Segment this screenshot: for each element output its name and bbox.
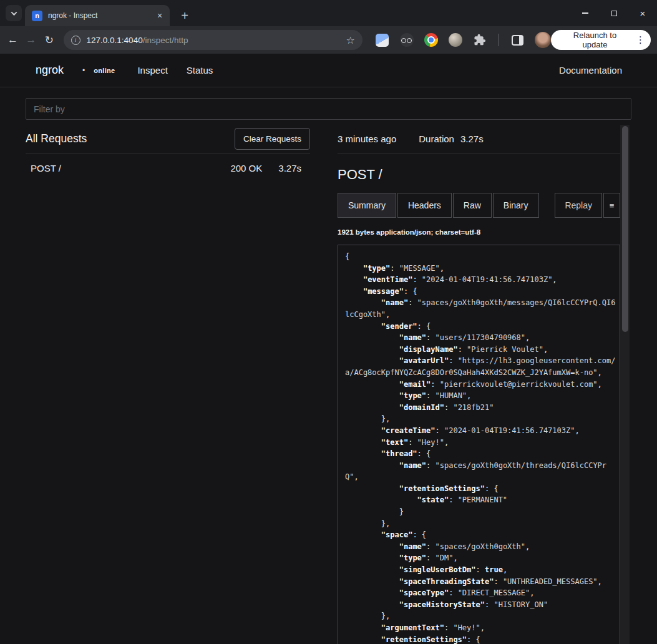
detail-tabs: Summary Headers Raw Binary Replay ≡ <box>338 193 620 218</box>
request-duration: 3.27s <box>278 163 301 173</box>
chrome-icon <box>424 33 438 47</box>
forward-button[interactable]: → <box>22 31 40 49</box>
status-dot-icon: • <box>82 66 85 75</box>
request-method-path: POST / <box>31 163 230 173</box>
tab-summary[interactable]: Summary <box>338 193 396 218</box>
puzzle-icon <box>474 34 486 46</box>
ngrok-page: ngrok • online Inspect Status Documentat… <box>0 54 657 644</box>
glasses-extension-icon[interactable] <box>399 32 414 47</box>
maximize-icon <box>611 11 617 16</box>
site-info-icon[interactable]: i <box>71 36 80 45</box>
address-bar[interactable]: i 127.0.0.1:4040/inspect/http ☆ <box>64 30 363 50</box>
tab-headers[interactable]: Headers <box>397 193 452 218</box>
extensions-button[interactable] <box>472 32 487 47</box>
ngrok-logo[interactable]: ngrok <box>36 64 64 77</box>
globe-extension-icon[interactable] <box>448 32 463 47</box>
side-panel-icon <box>512 35 523 46</box>
replay-button[interactable]: Replay <box>555 193 602 218</box>
request-time-ago: 3 minutes ago <box>338 134 396 144</box>
photos-icon <box>376 34 389 47</box>
request-row[interactable]: POST / 200 OK 3.27s <box>26 154 310 183</box>
window-controls: × <box>571 0 657 26</box>
tab-strip: n ngrok - Inspect × + × <box>0 0 657 26</box>
chevron-down-icon <box>11 9 17 16</box>
minimize-icon <box>582 12 588 14</box>
browser-tab[interactable]: n ngrok - Inspect × <box>25 5 170 26</box>
chrome-logo-icon[interactable] <box>424 32 439 47</box>
tab-raw[interactable]: Raw <box>453 193 492 218</box>
maximize-button[interactable] <box>600 0 628 26</box>
relaunch-button[interactable]: Relaunch to update ⋮ <box>551 30 651 50</box>
bookmark-star-icon[interactable]: ☆ <box>346 34 355 46</box>
detail-panel: 3 minutes ago Duration 3.27s POST / Summ… <box>338 125 620 644</box>
status-badge: online <box>94 67 115 74</box>
replay-group: Replay ≡ <box>555 193 620 218</box>
request-status: 200 OK <box>230 163 262 173</box>
side-panel-button[interactable] <box>510 32 525 47</box>
profile-avatar[interactable] <box>535 32 551 48</box>
url-path: /inspect/http <box>143 36 188 45</box>
filter-row <box>0 87 657 125</box>
detail-header: 3 minutes ago Duration 3.27s <box>338 125 620 154</box>
tab-binary[interactable]: Binary <box>493 193 539 218</box>
toolbar-divider <box>499 34 499 46</box>
replay-menu-button[interactable]: ≡ <box>603 193 620 218</box>
reload-button[interactable]: ↻ <box>40 31 58 49</box>
detail-title: POST / <box>338 167 620 183</box>
detail-scrollbar-track[interactable] <box>620 125 630 644</box>
close-button[interactable]: × <box>628 0 657 26</box>
overflow-menu-icon[interactable]: ⋮ <box>636 34 645 46</box>
clear-requests-button[interactable]: Clear Requests <box>235 128 310 150</box>
filter-input[interactable] <box>26 98 631 120</box>
tab-search-button[interactable] <box>6 5 22 21</box>
ngrok-favicon: n <box>32 11 42 21</box>
globe-icon <box>449 33 462 47</box>
detail-scrollbar-thumb[interactable] <box>622 126 628 332</box>
nav-item-status[interactable]: Status <box>187 65 213 76</box>
tab-title: ngrok - Inspect <box>48 11 149 20</box>
glasses-icon <box>400 33 414 47</box>
browser-window: n ngrok - Inspect × + × ← → ↻ i 127.0.0.… <box>0 0 657 644</box>
minimize-button[interactable] <box>571 0 600 26</box>
close-icon: × <box>640 8 646 19</box>
browser-toolbar: ← → ↻ i 127.0.0.1:4040/inspect/http ☆ Re… <box>0 26 657 54</box>
duration-value: 3.27s <box>460 134 484 144</box>
requests-panel: All Requests Clear Requests POST / 200 O… <box>26 125 310 183</box>
requests-header: All Requests Clear Requests <box>26 125 310 154</box>
ngrok-nav: ngrok • online Inspect Status Documentat… <box>0 54 657 87</box>
relaunch-label: Relaunch to update <box>561 31 629 49</box>
back-button[interactable]: ← <box>4 31 22 49</box>
duration-label: Duration <box>419 134 454 144</box>
url-host: 127.0.0.1:4040 <box>87 36 143 45</box>
nav-item-documentation[interactable]: Documentation <box>559 65 622 76</box>
new-tab-button[interactable]: + <box>176 5 193 26</box>
json-body: { "type": "MESSAGE", "eventTime": "2024-… <box>338 245 620 644</box>
photos-extension-icon[interactable] <box>375 32 390 47</box>
main-content: All Requests Clear Requests POST / 200 O… <box>0 125 657 644</box>
url-text: 127.0.0.1:4040/inspect/http <box>87 36 340 45</box>
tab-close-icon[interactable]: × <box>155 11 165 21</box>
requests-title: All Requests <box>26 132 87 145</box>
body-meta: 1921 bytes application/json; charset=utf… <box>338 228 620 236</box>
nav-item-inspect[interactable]: Inspect <box>137 65 167 76</box>
extension-icons <box>375 32 551 48</box>
